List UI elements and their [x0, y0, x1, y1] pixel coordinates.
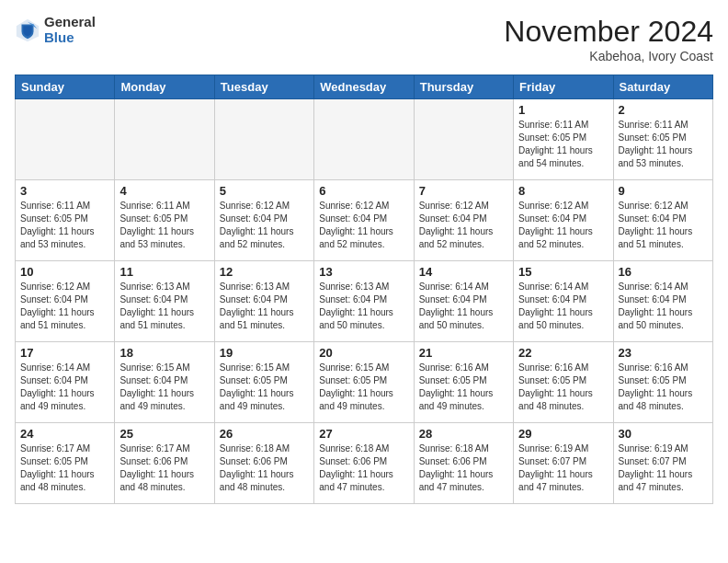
calendar-cell: 15Sunrise: 6:14 AM Sunset: 6:04 PM Dayli… — [514, 261, 613, 342]
calendar-cell: 9Sunrise: 6:12 AM Sunset: 6:04 PM Daylig… — [613, 180, 712, 261]
cell-info: Sunrise: 6:12 AM Sunset: 6:04 PM Dayligh… — [319, 200, 408, 251]
day-header-monday: Monday — [115, 75, 214, 99]
cell-info: Sunrise: 6:11 AM Sunset: 6:05 PM Dayligh… — [119, 200, 209, 251]
calendar-cell — [115, 99, 214, 180]
calendar-header-row: SundayMondayTuesdayWednesdayThursdayFrid… — [16, 75, 713, 99]
day-number: 4 — [119, 184, 209, 198]
day-header-saturday: Saturday — [613, 75, 712, 99]
cell-info: Sunrise: 6:12 AM Sunset: 6:04 PM Dayligh… — [20, 281, 109, 332]
day-number: 30 — [619, 427, 708, 441]
calendar-cell — [414, 99, 513, 180]
cell-info: Sunrise: 6:13 AM Sunset: 6:04 PM Dayligh… — [220, 281, 309, 332]
calendar-cell: 27Sunrise: 6:18 AM Sunset: 6:06 PM Dayli… — [314, 423, 414, 504]
logo-general-text: General — [44, 15, 96, 30]
day-number: 25 — [119, 427, 209, 441]
cell-info: Sunrise: 6:11 AM Sunset: 6:05 PM Dayligh… — [619, 119, 708, 170]
page-header: General Blue November 2024 Kabehoa, Ivor… — [15, 15, 713, 63]
day-number: 27 — [319, 427, 408, 441]
calendar-cell: 10Sunrise: 6:12 AM Sunset: 6:04 PM Dayli… — [16, 261, 115, 342]
cell-info: Sunrise: 6:15 AM Sunset: 6:04 PM Dayligh… — [119, 362, 209, 413]
day-number: 19 — [220, 346, 309, 360]
day-number: 23 — [619, 346, 708, 360]
day-number: 10 — [20, 265, 109, 279]
cell-info: Sunrise: 6:12 AM Sunset: 6:04 PM Dayligh… — [220, 200, 309, 251]
day-number: 8 — [518, 184, 608, 198]
calendar-cell: 13Sunrise: 6:13 AM Sunset: 6:04 PM Dayli… — [314, 261, 414, 342]
day-number: 6 — [319, 184, 408, 198]
calendar-cell: 21Sunrise: 6:16 AM Sunset: 6:05 PM Dayli… — [414, 342, 513, 423]
month-title: November 2024 — [504, 15, 713, 49]
calendar-cell: 3Sunrise: 6:11 AM Sunset: 6:05 PM Daylig… — [16, 180, 115, 261]
calendar-table: SundayMondayTuesdayWednesdayThursdayFrid… — [15, 75, 713, 504]
day-number: 21 — [419, 346, 508, 360]
logo-text: General Blue — [44, 15, 96, 45]
day-number: 29 — [518, 427, 608, 441]
cell-info: Sunrise: 6:19 AM Sunset: 6:07 PM Dayligh… — [619, 442, 708, 494]
cell-info: Sunrise: 6:18 AM Sunset: 6:06 PM Dayligh… — [419, 442, 508, 494]
cell-info: Sunrise: 6:12 AM Sunset: 6:04 PM Dayligh… — [419, 200, 508, 251]
day-header-friday: Friday — [514, 75, 613, 99]
calendar-cell: 1Sunrise: 6:11 AM Sunset: 6:05 PM Daylig… — [514, 99, 613, 180]
calendar-cell: 5Sunrise: 6:12 AM Sunset: 6:04 PM Daylig… — [214, 180, 313, 261]
cell-info: Sunrise: 6:18 AM Sunset: 6:06 PM Dayligh… — [220, 442, 309, 494]
logo-icon — [15, 17, 40, 43]
logo-blue-text: Blue — [44, 30, 96, 46]
day-number: 12 — [220, 265, 309, 279]
day-header-tuesday: Tuesday — [214, 75, 313, 99]
cell-info: Sunrise: 6:14 AM Sunset: 6:04 PM Dayligh… — [419, 281, 508, 332]
calendar-cell: 28Sunrise: 6:18 AM Sunset: 6:06 PM Dayli… — [414, 423, 513, 504]
calendar-week-4: 17Sunrise: 6:14 AM Sunset: 6:04 PM Dayli… — [16, 342, 713, 423]
day-header-sunday: Sunday — [16, 75, 115, 99]
day-number: 15 — [518, 265, 608, 279]
calendar-cell: 18Sunrise: 6:15 AM Sunset: 6:04 PM Dayli… — [115, 342, 214, 423]
day-number: 11 — [119, 265, 209, 279]
cell-info: Sunrise: 6:16 AM Sunset: 6:05 PM Dayligh… — [518, 362, 608, 413]
day-number: 20 — [319, 346, 408, 360]
calendar-cell: 17Sunrise: 6:14 AM Sunset: 6:04 PM Dayli… — [16, 342, 115, 423]
cell-info: Sunrise: 6:19 AM Sunset: 6:07 PM Dayligh… — [518, 442, 608, 494]
calendar-cell: 23Sunrise: 6:16 AM Sunset: 6:05 PM Dayli… — [613, 342, 712, 423]
day-number: 17 — [20, 346, 109, 360]
day-number: 16 — [619, 265, 708, 279]
calendar-cell: 29Sunrise: 6:19 AM Sunset: 6:07 PM Dayli… — [514, 423, 613, 504]
calendar-cell — [16, 99, 115, 180]
location-title: Kabehoa, Ivory Coast — [504, 49, 713, 63]
cell-info: Sunrise: 6:14 AM Sunset: 6:04 PM Dayligh… — [518, 281, 608, 332]
calendar-cell: 16Sunrise: 6:14 AM Sunset: 6:04 PM Dayli… — [613, 261, 712, 342]
day-number: 3 — [20, 184, 109, 198]
calendar-cell: 30Sunrise: 6:19 AM Sunset: 6:07 PM Dayli… — [613, 423, 712, 504]
cell-info: Sunrise: 6:15 AM Sunset: 6:05 PM Dayligh… — [220, 362, 309, 413]
day-number: 22 — [518, 346, 608, 360]
cell-info: Sunrise: 6:11 AM Sunset: 6:05 PM Dayligh… — [518, 119, 608, 170]
day-number: 7 — [419, 184, 508, 198]
day-number: 1 — [518, 103, 608, 117]
calendar-cell: 25Sunrise: 6:17 AM Sunset: 6:06 PM Dayli… — [115, 423, 214, 504]
calendar-cell: 6Sunrise: 6:12 AM Sunset: 6:04 PM Daylig… — [314, 180, 414, 261]
calendar-cell: 2Sunrise: 6:11 AM Sunset: 6:05 PM Daylig… — [613, 99, 712, 180]
cell-info: Sunrise: 6:11 AM Sunset: 6:05 PM Dayligh… — [20, 200, 109, 251]
day-number: 28 — [419, 427, 508, 441]
day-number: 26 — [220, 427, 309, 441]
calendar-week-2: 3Sunrise: 6:11 AM Sunset: 6:05 PM Daylig… — [16, 180, 713, 261]
day-number: 24 — [20, 427, 109, 441]
calendar-cell: 8Sunrise: 6:12 AM Sunset: 6:04 PM Daylig… — [514, 180, 613, 261]
calendar-cell: 19Sunrise: 6:15 AM Sunset: 6:05 PM Dayli… — [214, 342, 313, 423]
day-header-wednesday: Wednesday — [314, 75, 414, 99]
cell-info: Sunrise: 6:16 AM Sunset: 6:05 PM Dayligh… — [419, 362, 508, 413]
day-number: 2 — [619, 103, 708, 117]
cell-info: Sunrise: 6:17 AM Sunset: 6:05 PM Dayligh… — [20, 442, 109, 494]
calendar-week-5: 24Sunrise: 6:17 AM Sunset: 6:05 PM Dayli… — [16, 423, 713, 504]
cell-info: Sunrise: 6:14 AM Sunset: 6:04 PM Dayligh… — [20, 362, 109, 413]
cell-info: Sunrise: 6:13 AM Sunset: 6:04 PM Dayligh… — [119, 281, 209, 332]
calendar-cell — [314, 99, 414, 180]
cell-info: Sunrise: 6:17 AM Sunset: 6:06 PM Dayligh… — [119, 442, 209, 494]
cell-info: Sunrise: 6:15 AM Sunset: 6:05 PM Dayligh… — [319, 362, 408, 413]
day-number: 13 — [319, 265, 408, 279]
cell-info: Sunrise: 6:13 AM Sunset: 6:04 PM Dayligh… — [319, 281, 408, 332]
calendar-cell: 12Sunrise: 6:13 AM Sunset: 6:04 PM Dayli… — [214, 261, 313, 342]
day-number: 9 — [619, 184, 708, 198]
calendar-cell: 4Sunrise: 6:11 AM Sunset: 6:05 PM Daylig… — [115, 180, 214, 261]
cell-info: Sunrise: 6:12 AM Sunset: 6:04 PM Dayligh… — [518, 200, 608, 251]
calendar-cell: 20Sunrise: 6:15 AM Sunset: 6:05 PM Dayli… — [314, 342, 414, 423]
calendar-cell — [214, 99, 313, 180]
